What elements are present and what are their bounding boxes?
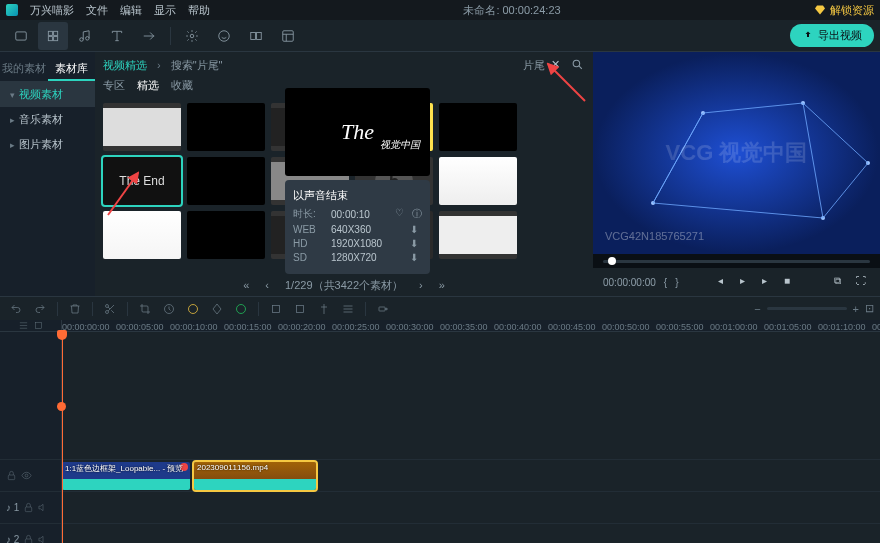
- unlock-resources-button[interactable]: 解锁资源: [814, 3, 874, 18]
- marker-icon[interactable]: [314, 300, 334, 318]
- lock-icon[interactable]: [23, 534, 34, 543]
- playhead[interactable]: [62, 332, 63, 543]
- video-clip-2[interactable]: 202309011156.mp4: [194, 462, 316, 490]
- download-web-icon[interactable]: ⬇: [410, 224, 422, 235]
- menu-edit[interactable]: 编辑: [120, 3, 142, 18]
- prev-frame-icon[interactable]: ◂: [718, 275, 732, 289]
- mark-in-icon[interactable]: [266, 300, 286, 318]
- sidebar-cat-video[interactable]: ▾视频素材: [0, 82, 95, 107]
- thumbnail[interactable]: [103, 103, 181, 151]
- thumbnail[interactable]: [187, 157, 265, 205]
- sidebar-cat-music[interactable]: ▸音乐素材: [0, 107, 95, 132]
- thumbnail[interactable]: [439, 103, 517, 151]
- export-button[interactable]: 导出视频: [790, 24, 874, 47]
- play-icon[interactable]: ▸: [740, 275, 754, 289]
- thumbnail[interactable]: [103, 211, 181, 259]
- lock-icon[interactable]: [6, 470, 17, 481]
- zoom-slider[interactable]: [767, 307, 847, 310]
- tab-text-button[interactable]: [102, 22, 132, 50]
- video-clip-1[interactable]: 1:1蓝色边框架_Loopable... - 预览: [62, 462, 190, 490]
- heart-icon[interactable]: ♡: [395, 207, 404, 221]
- record-icon[interactable]: [373, 300, 393, 318]
- speed-icon[interactable]: [159, 300, 179, 318]
- ruler-tool-icon[interactable]: [33, 320, 44, 331]
- lock-icon[interactable]: [23, 502, 34, 513]
- delete-icon[interactable]: [65, 300, 85, 318]
- menu-view[interactable]: 显示: [154, 3, 176, 18]
- track-header-audio2[interactable]: ♪ 2: [0, 524, 61, 543]
- popup-title: 以声音结束: [293, 188, 422, 203]
- clear-search-icon[interactable]: ✕: [551, 58, 565, 72]
- mute-icon[interactable]: [38, 502, 49, 513]
- scrubber-knob[interactable]: [608, 257, 616, 265]
- download-sd-icon[interactable]: ⬇: [410, 252, 422, 263]
- track-menu-icon[interactable]: [338, 300, 358, 318]
- zoom-out-icon[interactable]: −: [754, 303, 760, 315]
- page-last-icon[interactable]: »: [439, 279, 445, 291]
- download-hd-icon[interactable]: ⬇: [410, 238, 422, 249]
- ruler-tick: 00:00:20:00: [278, 322, 326, 331]
- sidebar-tab-my[interactable]: 我的素材: [0, 58, 48, 81]
- track-audio1[interactable]: [62, 492, 880, 524]
- tracks[interactable]: 1:1蓝色边框架_Loopable... - 预览 202309011156.m…: [62, 332, 880, 543]
- sidebar-cat-image[interactable]: ▸图片素材: [0, 132, 95, 157]
- range-in-icon[interactable]: {: [664, 277, 667, 288]
- preview-scrubber[interactable]: [593, 254, 880, 268]
- crop-icon[interactable]: [135, 300, 155, 318]
- page-first-icon[interactable]: «: [243, 279, 249, 291]
- track-video[interactable]: 1:1蓝色边框架_Loopable... - 预览 202309011156.m…: [62, 460, 880, 492]
- zoom-fit-icon[interactable]: ⊡: [865, 302, 874, 315]
- subtab-featured[interactable]: 精选: [137, 78, 159, 93]
- split-icon[interactable]: [100, 300, 120, 318]
- thumbnail[interactable]: [187, 211, 265, 259]
- subtab-zone[interactable]: 专区: [103, 78, 125, 93]
- track-header-audio1[interactable]: ♪ 1: [0, 492, 61, 524]
- app-name: 万兴喵影: [30, 3, 74, 18]
- menu-help[interactable]: 帮助: [188, 3, 210, 18]
- mute-icon[interactable]: [38, 534, 49, 543]
- mark-out-icon[interactable]: [290, 300, 310, 318]
- page-prev-icon[interactable]: ‹: [265, 279, 269, 291]
- ruler-collapse-icon[interactable]: [18, 320, 29, 331]
- thumbnail[interactable]: [439, 211, 517, 259]
- keyframe-icon[interactable]: [207, 300, 227, 318]
- tab-my-media-button[interactable]: [6, 22, 36, 50]
- zoom-in-icon[interactable]: +: [853, 303, 859, 315]
- thumbnail[interactable]: [187, 103, 265, 151]
- ruler-ticks[interactable]: 00:00:00:0000:00:05:0000:00:10:0000:00:1…: [62, 320, 880, 331]
- info-icon[interactable]: ⓘ: [412, 207, 422, 221]
- breadcrumb-main[interactable]: 视频精选: [103, 58, 147, 73]
- preview-viewport[interactable]: VCG 视觉中国 VCG42N185765271: [593, 52, 880, 254]
- snapshot-icon[interactable]: ⧉: [834, 275, 848, 289]
- stop-icon[interactable]: ■: [784, 275, 798, 289]
- sidebar-tab-stock[interactable]: 素材库: [48, 58, 96, 81]
- redo-icon[interactable]: [30, 300, 50, 318]
- eye-icon[interactable]: [21, 470, 32, 481]
- tab-stock-button[interactable]: [38, 22, 68, 50]
- tab-transition-button[interactable]: [134, 22, 164, 50]
- tab-stickers-button[interactable]: [209, 22, 239, 50]
- undo-icon[interactable]: [6, 300, 26, 318]
- color-icon[interactable]: [183, 300, 203, 318]
- fullscreen-icon[interactable]: ⛶: [856, 275, 870, 289]
- thumbnail[interactable]: [439, 157, 517, 205]
- subtab-fav[interactable]: 收藏: [171, 78, 193, 93]
- next-frame-icon[interactable]: ▸: [762, 275, 776, 289]
- search-icon[interactable]: [571, 58, 585, 72]
- tab-effects-button[interactable]: [177, 22, 207, 50]
- menu-file[interactable]: 文件: [86, 3, 108, 18]
- green-screen-icon[interactable]: [231, 300, 251, 318]
- track-header-video[interactable]: [0, 460, 61, 492]
- timeline-ruler[interactable]: 00:00:00:0000:00:05:0000:00:10:0000:00:1…: [0, 320, 880, 332]
- track-audio2[interactable]: [62, 524, 880, 543]
- page-next-icon[interactable]: ›: [419, 279, 423, 291]
- tab-split-button[interactable]: [241, 22, 271, 50]
- tab-templates-button[interactable]: [273, 22, 303, 50]
- search-input[interactable]: 片尾: [523, 58, 545, 73]
- ruler-tick: 00:00:00:00: [62, 322, 110, 331]
- range-out-icon[interactable]: }: [675, 277, 678, 288]
- thumbnail-selected[interactable]: The End: [103, 157, 181, 205]
- tab-audio-button[interactable]: [70, 22, 100, 50]
- track-empty[interactable]: [62, 332, 880, 460]
- clip-2-label: 202309011156.mp4: [197, 463, 268, 472]
